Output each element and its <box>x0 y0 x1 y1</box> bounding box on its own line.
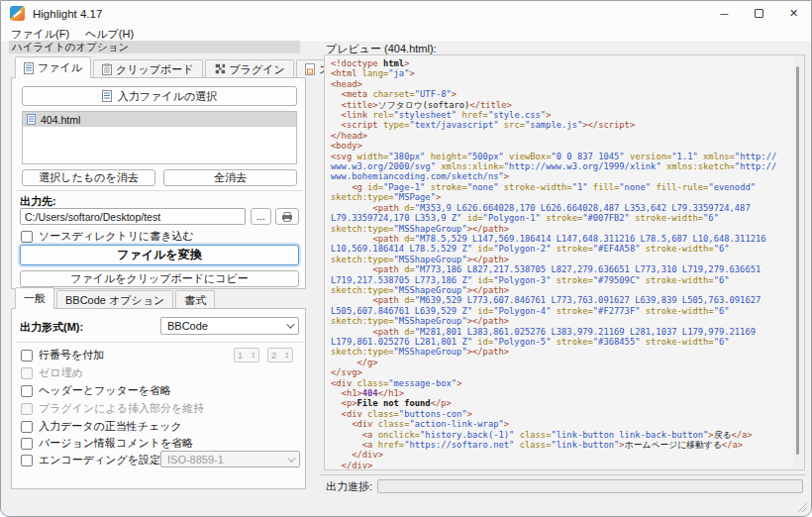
window-title: Highlight 4.17 <box>33 8 102 20</box>
preview-scrollbar[interactable] <box>793 56 803 468</box>
file-icon <box>27 114 36 125</box>
copy-to-clipboard-button[interactable]: ファイルをクリップボードにコピー <box>20 270 299 287</box>
tab-bbcode-options[interactable]: BBCode オプション <box>56 290 173 309</box>
code-line: <path d="M773,186 L827,217.538705 L827,2… <box>331 264 790 274</box>
code-line: <path d="M78.5,529 L147,569.186414 L147,… <box>331 234 790 244</box>
code-line: <div class="action-link-wrap"> <box>331 419 790 429</box>
checkbox-set-encoding[interactable] <box>21 455 33 466</box>
minimize-button[interactable]: ─ <box>707 1 742 26</box>
output-path-input[interactable] <box>20 208 246 225</box>
code-line: <path d="M639,529 L773,607.846761 L773,7… <box>331 295 790 305</box>
list-item[interactable]: 404.html <box>23 112 296 127</box>
code-line: www.bohemiancoding.com/sketch/ns"> <box>331 171 790 181</box>
clear-selected-button[interactable]: 選択したものを消去 <box>22 169 155 186</box>
preview-code-area[interactable]: <!doctype html><html lang="ja"><head> <m… <box>324 54 805 470</box>
checkbox-label: エンコーディングを設定: <box>39 453 163 467</box>
browse-button[interactable]: ... <box>251 208 271 225</box>
tab-general[interactable]: 一般 <box>15 287 54 309</box>
code-line: </div> <box>331 461 790 470</box>
code-line: L505,607.846761 L639,529 Z" id="Polygon-… <box>331 306 790 316</box>
code-line: <script type="text/javascript" src="samp… <box>331 120 790 130</box>
checkbox-label: ヘッダーとフッターを省略 <box>39 383 171 398</box>
checkbox-zero-pad <box>21 367 33 379</box>
validate-input-option[interactable]: 入力データの正当性チェック <box>21 419 182 434</box>
tab-formatting[interactable]: 書式 <box>175 290 215 309</box>
code-line: </svg> <box>331 367 790 377</box>
tab-file-label: ファイル <box>38 60 82 75</box>
output-destination-label: 出力先: <box>20 194 56 209</box>
general-tab-page: 出力形式(M): BBCode 行番号を付加 1 ▲▼ 2 ▲▼ ゼロ埋め ヘッ… <box>11 308 306 489</box>
add-line-numbers-option[interactable]: 行番号を付加 <box>21 348 104 362</box>
options-group-title: ハイライトのオプション <box>9 41 300 53</box>
file-icon <box>24 62 34 74</box>
set-encoding-option[interactable]: エンコーディングを設定: <box>21 453 163 467</box>
code-line: <head> <box>331 79 790 89</box>
checkbox-validate-input[interactable] <box>21 421 33 433</box>
code-line: <a href="https://softaro.net" class="lin… <box>331 440 790 450</box>
maximize-button[interactable] <box>742 1 776 26</box>
keep-plugin-injection-option: プラグインによる挿入部分を維持 <box>21 401 204 416</box>
code-line: L179,861.025276 L281,801 Z" id="Polygon-… <box>331 337 790 347</box>
code-line: <!doctype html> <box>331 58 790 68</box>
select-input-files-button[interactable]: 入力ファイルの選択 <box>22 86 297 106</box>
output-progress-label: 出力進捗: <box>326 479 372 494</box>
checkbox-omit-header-footer[interactable] <box>21 385 33 397</box>
close-button[interactable]: ✕ <box>776 1 811 26</box>
chevron-down-icon <box>286 320 294 328</box>
checkbox-add-line-numbers[interactable] <box>21 350 33 362</box>
spinner-arrows-icon[interactable]: ▲▼ <box>285 352 289 360</box>
output-format-select[interactable]: BBCode <box>160 317 299 335</box>
code-line: L79.3359724,170 L353,9 Z" id="Polygon-1"… <box>331 213 790 223</box>
scrollbar-thumb[interactable] <box>796 66 799 455</box>
script-file-icon <box>305 63 315 75</box>
code-line: sketch:type="MSShapeGroup"></path> <box>331 347 790 357</box>
omit-header-footer-option[interactable]: ヘッダーとフッターを省略 <box>21 383 171 398</box>
code-line: <title>ソフタロウ(softaro)</title> <box>331 100 790 110</box>
input-file-list[interactable]: 404.html <box>22 111 297 164</box>
code-line: L719,217.538705 L773,186 Z" id="Polygon-… <box>331 275 790 285</box>
checkbox-omit-version-comment[interactable] <box>21 438 33 450</box>
code-line: <meta charset="UTF-8"> <box>331 89 790 99</box>
divider <box>16 190 303 191</box>
code-line: L10,569.186414 L78.5,529 Z" id="Polygon-… <box>331 244 790 254</box>
encoding-select: ISO-8859-1 <box>160 451 300 467</box>
write-source-dir-option[interactable]: ソースディレクトリに書き込む <box>21 229 194 244</box>
clipboard-icon <box>102 63 112 75</box>
line-number-start-spinner[interactable]: 1 ▲▼ <box>234 348 259 362</box>
code-line: <svg width="380px" height="500px" viewBo… <box>331 152 790 161</box>
code-line: sketch:type="MSShapeGroup"></path> <box>331 255 790 264</box>
option-tabs: 一般 BBCode オプション 書式 <box>15 290 217 309</box>
checkbox-label: 行番号を付加 <box>39 348 104 362</box>
code-line: <html lang="ja"> <box>331 68 790 78</box>
clear-all-button[interactable]: 全消去 <box>163 169 297 186</box>
checkbox-label: ソースディレクトリに書き込む <box>39 229 194 244</box>
tab-plugins[interactable]: プラグイン <box>205 59 294 78</box>
app-icon <box>10 6 25 21</box>
tab-clipboard[interactable]: クリップボード <box>93 59 203 78</box>
puzzle-icon <box>214 63 226 75</box>
spinner-arrows-icon[interactable]: ▲▼ <box>252 352 255 360</box>
zero-pad-option: ゼロ埋め <box>21 365 83 380</box>
file-item-label: 404.html <box>41 114 80 126</box>
app-window: Highlight 4.17 ─ ✕ ファイル(F) ヘルプ(H) ハイライトの… <box>0 0 812 517</box>
tab-file[interactable]: ファイル <box>15 56 91 78</box>
code-line: <g id="Page-1" stroke="none" stroke-widt… <box>331 182 790 192</box>
output-progress-bar <box>377 479 803 493</box>
menu-file[interactable]: ファイル(F) <box>11 27 69 42</box>
menu-help[interactable]: ヘルプ(H) <box>85 27 134 42</box>
checkbox-label: バージョン情報コメントを省略 <box>39 436 193 451</box>
line-number-width-spinner[interactable]: 2 ▲▼ <box>267 348 293 362</box>
checkbox-write-source-dir[interactable] <box>21 231 33 243</box>
code-line: <body> <box>331 141 790 151</box>
code-line: <div class="buttons-con"> <box>331 409 790 419</box>
chevron-down-icon <box>287 454 295 462</box>
code-line: <p>File not found</p> <box>331 398 790 408</box>
title-bar: Highlight 4.17 ─ ✕ <box>1 1 811 26</box>
convert-files-button[interactable]: ファイルを変換 <box>20 245 299 265</box>
open-output-dir-button[interactable] <box>275 208 299 225</box>
checkbox-keep-plugin-injection <box>21 403 33 415</box>
omit-version-comment-option[interactable]: バージョン情報コメントを省略 <box>21 436 193 451</box>
output-format-value: BBCode <box>167 320 208 332</box>
resize-grip[interactable] <box>796 501 807 512</box>
code-line: <h1>404</h1> <box>331 388 790 398</box>
